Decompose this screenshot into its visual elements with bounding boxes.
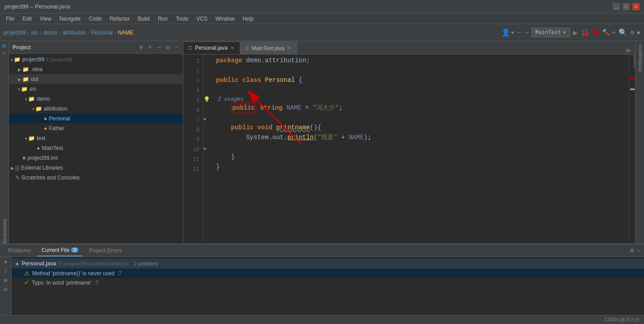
bookmark-icon-line10[interactable]: ◆ xyxy=(203,144,212,154)
right-gutter xyxy=(629,55,635,243)
sort-icon[interactable]: ↕ xyxy=(4,268,7,274)
forward-button[interactable]: → xyxy=(524,29,529,37)
filter-icon[interactable]: ⊕ xyxy=(4,259,7,265)
problem-file-header: ● Personal.java F:\project99\src\demo\at… xyxy=(12,259,644,269)
tree-item-father[interactable]: ▶ ● Father xyxy=(9,124,183,133)
tree-item-maintest[interactable]: ▶ ● MainTest xyxy=(9,143,183,153)
tab-problems[interactable]: Problems xyxy=(4,245,35,256)
tree-item-personal[interactable]: ▶ ● Personal xyxy=(9,114,183,124)
code-line-7: public void printname(){ xyxy=(216,123,629,132)
breadcrumb-name[interactable]: NAME xyxy=(118,30,133,36)
toolbar-right: 👤▾ ← → MainTest ▾ ▶ 🐞 ⏹ 🔨 ↩ 🔍 ⚙ ● xyxy=(501,28,640,38)
menu-code[interactable]: Code xyxy=(85,15,105,23)
tree-item-extlibs[interactable]: ▶ ||| External Libraries xyxy=(9,163,183,173)
code-content[interactable]: package demo.attribution; public class P… xyxy=(212,55,629,243)
code-line-6 xyxy=(216,113,629,123)
breadcrumb-src[interactable]: src xyxy=(31,30,38,36)
tree-item-iml[interactable]: ▶ ■ project99.iml xyxy=(9,153,183,163)
debug-button[interactable]: 🐞 xyxy=(580,28,589,37)
profile-icon[interactable]: 👤▾ xyxy=(501,28,515,37)
code-editor[interactable]: 1 2 3 4 5 6 7 8 9 10 11 12 xyxy=(183,55,635,243)
tab-personal[interactable]: C Personal.java ✕ xyxy=(183,42,240,54)
collapse-all-icon[interactable]: ≡ xyxy=(148,43,153,51)
tree-item-out[interactable]: ▶ 📁 out xyxy=(9,74,183,84)
search-button[interactable]: 🔍 xyxy=(619,28,627,37)
app-title: project99 – Personal.java xyxy=(4,3,70,10)
code-line-12 xyxy=(216,172,629,182)
class-icon-father: ● xyxy=(44,125,47,132)
minimize-panel-icon[interactable]: – xyxy=(174,43,179,51)
menu-tools[interactable]: Tools xyxy=(172,15,192,23)
code-line-10: } xyxy=(216,152,629,162)
tree-item-project99[interactable]: ▾ 📁 project99 F:\project99 xyxy=(9,55,183,64)
code-line-1: package demo.attribution; xyxy=(216,55,629,65)
menu-build[interactable]: Build xyxy=(134,15,153,23)
maximize-button[interactable]: □ xyxy=(623,3,630,10)
coverage-button[interactable]: ↩ xyxy=(612,29,616,36)
menu-help[interactable]: Help xyxy=(239,15,257,23)
bottom-panel-tabs: Problems Current File 2 Project Errors ⚙… xyxy=(0,244,644,257)
notifications-button[interactable]: ● xyxy=(637,29,640,36)
bookmark-icon-line7[interactable]: ◆ xyxy=(203,115,212,124)
tab-close-personal[interactable]: ✕ xyxy=(230,45,234,51)
structure-icon[interactable]: ≡ xyxy=(3,51,5,56)
usage-hint: 2 usages xyxy=(216,95,629,103)
minimize-button[interactable]: _ xyxy=(613,3,620,10)
tree-item-scratches[interactable]: ▶ ✎ Scratches and Consoles xyxy=(9,173,183,183)
menu-file[interactable]: File xyxy=(2,15,18,23)
breadcrumb-sep3: › xyxy=(59,30,60,36)
stop-button[interactable]: ⏹ xyxy=(592,28,599,37)
code-line-2 xyxy=(216,65,629,75)
tab-current-file[interactable]: Current File 2 xyxy=(37,245,83,256)
tree-item-src[interactable]: ▾ 📁 src xyxy=(9,84,183,94)
tab-maintest[interactable]: C MainTest.java ✕ xyxy=(240,42,297,54)
close-button[interactable]: ✕ xyxy=(632,3,640,10)
run-config-chevron: ▾ xyxy=(563,29,566,36)
menu-edit[interactable]: Edit xyxy=(19,15,35,23)
scratch-icon: ✎ xyxy=(15,175,20,181)
sync-icon[interactable]: ⊕ xyxy=(139,43,144,52)
tree-label-attribution: attribution xyxy=(44,106,68,112)
menu-vcs[interactable]: VCS xyxy=(193,15,211,23)
dots-icon[interactable]: ⋯ xyxy=(157,43,162,52)
problem-line-1: :7 xyxy=(117,270,122,277)
run-button[interactable]: ▶ xyxy=(573,28,578,38)
tree-item-test[interactable]: ▾ 📁 test xyxy=(9,133,183,143)
collapse-icon[interactable]: ⊟ xyxy=(4,286,7,293)
tree-item-attribution[interactable]: ▾ 📁 attribution xyxy=(9,104,183,114)
bottom-close-icon[interactable]: – xyxy=(637,247,640,254)
lightbulb-icon[interactable]: 💡 xyxy=(203,95,212,105)
tree-item-demo[interactable]: ▾ 📁 demo xyxy=(9,94,183,104)
tab-close-maintest[interactable]: ✕ xyxy=(287,45,291,51)
problem-row-2[interactable]: ✔ Typo: In word 'printname' :7 xyxy=(12,278,644,287)
bookmarks-label[interactable]: Bookmarks xyxy=(2,215,7,243)
settings-icon[interactable]: ⚙ xyxy=(165,43,170,52)
file-error-dot: ● xyxy=(15,260,19,267)
run-config-label: MainTest xyxy=(535,30,561,36)
right-sidebar: Notifications xyxy=(635,41,644,243)
menu-refactor[interactable]: Refactor xyxy=(106,15,133,23)
run-config-dropdown[interactable]: MainTest ▾ xyxy=(531,28,570,37)
expand-icon[interactable]: ⊞ xyxy=(4,277,7,284)
problem-count: 2 problems xyxy=(134,261,158,266)
breadcrumb-project[interactable]: project99 xyxy=(4,30,25,36)
notifications-label[interactable]: Notifications xyxy=(637,41,643,75)
breadcrumb-attribution[interactable]: attribution xyxy=(62,30,86,36)
tab-overflow-button[interactable]: ≫ xyxy=(622,47,635,54)
menu-view[interactable]: View xyxy=(36,15,55,23)
tab-project-errors[interactable]: Project Errors xyxy=(85,245,126,256)
build-button[interactable]: 🔨 xyxy=(602,29,610,36)
breadcrumb: project99 › src › demo › attribution › P… xyxy=(4,30,500,36)
menu-run[interactable]: Run xyxy=(154,15,171,23)
breadcrumb-personal[interactable]: Personal xyxy=(91,30,112,36)
menu-window[interactable]: Window xyxy=(212,15,238,23)
bottom-settings-icon[interactable]: ⚙ xyxy=(630,247,634,254)
back-button[interactable]: ← xyxy=(517,29,522,37)
tree-label-scratches: Scratches and Consoles xyxy=(21,175,80,181)
breadcrumb-demo[interactable]: demo xyxy=(43,30,57,36)
menu-navigate[interactable]: Navigate xyxy=(56,15,84,23)
problem-row-1[interactable]: ⚠ Method 'printname()' is never used :7 xyxy=(12,269,644,278)
settings-button[interactable]: ⚙ xyxy=(630,29,634,36)
project-view-icon[interactable]: P xyxy=(1,44,8,47)
tree-item-idea[interactable]: ▶ 📁 .idea xyxy=(9,64,183,74)
